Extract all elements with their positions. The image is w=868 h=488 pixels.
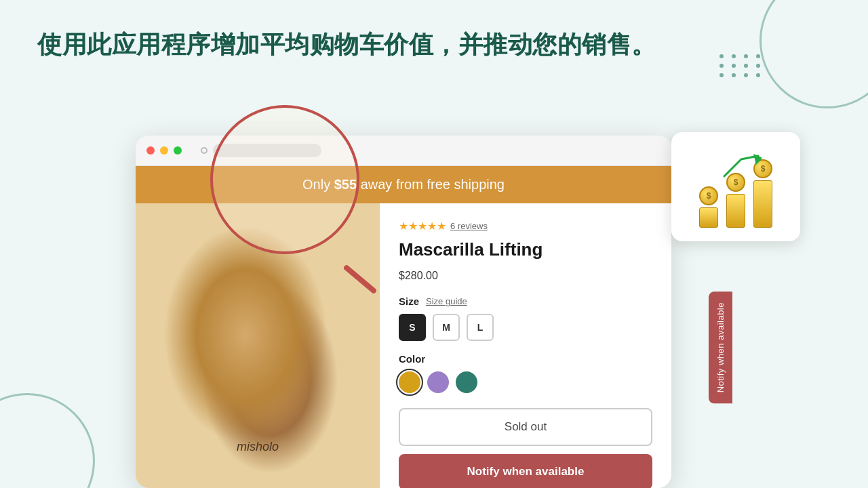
address-circle-icon (201, 147, 208, 154)
reviews-link[interactable]: 6 reviews (450, 221, 488, 231)
color-swatches (399, 371, 652, 393)
size-guide-link[interactable]: Size guide (426, 296, 467, 306)
coin-1: $ (699, 186, 718, 205)
coin-bar-2 (726, 194, 745, 228)
color-swatch-teal[interactable] (456, 371, 477, 393)
address-pill (213, 144, 321, 157)
product-title: Mascarilla Lifting (399, 239, 652, 260)
notify-button[interactable]: Notify when available (399, 454, 652, 488)
product-details-panel: ★★★★★ 6 reviews Mascarilla Lifting $280.… (380, 203, 671, 488)
page-header: 使用此应用程序增加平均购物车价值，并推动您的销售。 (37, 28, 656, 62)
star-rating: ★★★★★ (399, 220, 446, 232)
shipping-amount: $55 (334, 177, 357, 192)
shipping-banner-text: Only $55 away from free shipping (152, 177, 655, 192)
decorative-circle-top-right (760, 0, 868, 108)
size-button-l[interactable]: L (467, 314, 494, 341)
product-image-container: misholo (136, 203, 380, 488)
stars-row: ★★★★★ 6 reviews (399, 220, 652, 232)
product-price: $280.00 (399, 270, 652, 282)
size-button-s[interactable]: S (399, 314, 426, 341)
shipping-banner: Only $55 away from free shipping (136, 166, 671, 203)
browser-fullscreen-button[interactable] (174, 146, 182, 155)
color-swatch-purple[interactable] (427, 371, 449, 393)
coin-stack-1: $ (699, 186, 718, 228)
decorative-circle-bottom-left (0, 393, 95, 488)
sold-out-button: Sold out (399, 408, 652, 446)
size-buttons: S M L (399, 314, 652, 341)
trend-arrow-icon (721, 152, 762, 182)
color-label: Color (399, 353, 652, 365)
product-image: misholo (136, 203, 380, 488)
size-header: Size Size guide (399, 296, 652, 307)
browser-toolbar (136, 136, 671, 166)
notify-side-tab[interactable]: Notify when available (709, 291, 732, 403)
coin-bar-1 (699, 207, 718, 228)
dots-grid (719, 54, 763, 77)
coin-bar-3 (753, 180, 772, 228)
product-brand-label: misholo (237, 440, 279, 454)
size-label: Size (399, 296, 419, 307)
size-section: Size Size guide S M L (399, 296, 652, 341)
finance-card: $ $ $ (671, 132, 800, 241)
size-button-m[interactable]: M (433, 314, 460, 341)
browser-mockup: Only $55 away from free shipping misholo… (136, 136, 671, 488)
browser-close-button[interactable] (146, 146, 155, 155)
browser-address-bar (201, 144, 660, 157)
product-area: misholo ★★★★★ 6 reviews Mascarilla Lifti… (136, 203, 671, 488)
color-section: Color (399, 353, 652, 393)
browser-minimize-button[interactable] (160, 146, 168, 155)
color-swatch-yellow[interactable] (399, 371, 420, 393)
